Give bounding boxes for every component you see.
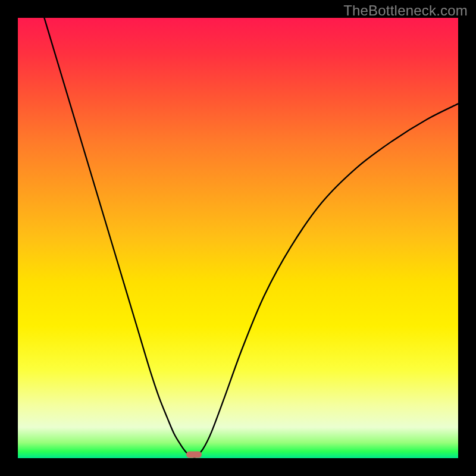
minimum-marker: [186, 452, 202, 458]
plot-area: [18, 18, 458, 458]
bottleneck-curve: [18, 18, 458, 458]
chart-frame: TheBottleneck.com: [0, 0, 476, 476]
watermark-text: TheBottleneck.com: [343, 2, 468, 19]
